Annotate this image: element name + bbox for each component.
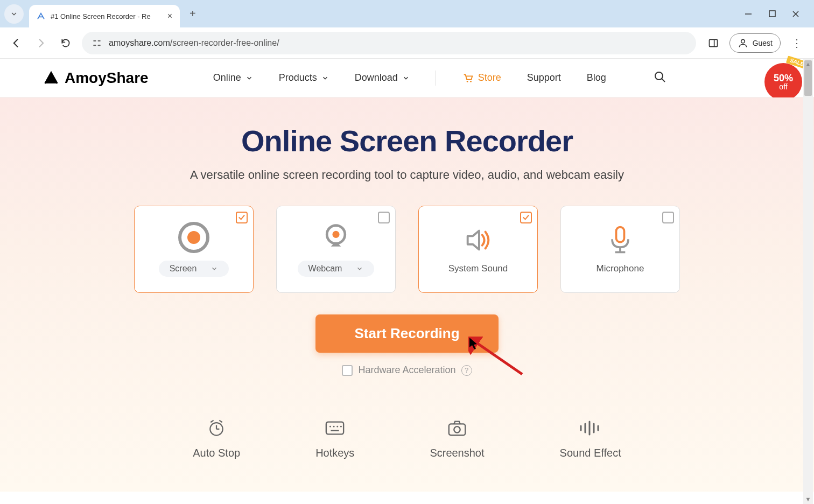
alarm-clock-icon (207, 419, 226, 437)
chevron-down-icon (356, 265, 363, 272)
nav-online[interactable]: Online (213, 72, 253, 83)
search-button[interactable] (654, 71, 666, 86)
option-microphone-checkbox[interactable] (662, 212, 674, 223)
record-icon (178, 222, 210, 253)
feature-label: Sound Effect (560, 447, 621, 459)
chevron-down-icon (321, 74, 329, 82)
svg-point-10 (741, 39, 745, 43)
forward-button[interactable] (32, 34, 50, 52)
svg-rect-8 (709, 39, 717, 46)
features-row: Auto Stop Hotkeys Screenshot Sound Effec… (0, 419, 814, 459)
hardware-acceleration-label: Hardware Acceleration (358, 365, 455, 376)
site-header: AmoyShare Online Products Download Store… (0, 59, 814, 97)
profile-button[interactable]: Guest (729, 33, 781, 53)
option-webcam[interactable]: Webcam (276, 206, 396, 293)
search-icon (654, 71, 666, 83)
browser-tab[interactable]: #1 Online Screen Recorder - Re × (29, 5, 180, 27)
option-webcam-checkbox[interactable] (378, 212, 390, 223)
microphone-icon (605, 225, 635, 256)
site-settings-icon[interactable] (92, 38, 102, 48)
feature-hotkeys[interactable]: Hotkeys (315, 419, 354, 459)
side-panel-button[interactable] (704, 33, 723, 53)
chevron-down-icon (10, 10, 18, 18)
svg-point-13 (655, 72, 663, 80)
url-display: amoyshare.com/screen-recorder-free-onlin… (109, 38, 279, 48)
tab-close-button[interactable]: × (167, 11, 172, 21)
option-screen[interactable]: Screen (134, 206, 254, 293)
browser-toolbar: amoyshare.com/screen-recorder-free-onlin… (0, 27, 814, 59)
svg-rect-6 (93, 45, 96, 46)
reload-button[interactable] (57, 34, 74, 52)
svg-point-29 (333, 426, 335, 428)
chevron-down-icon (402, 74, 410, 82)
feature-sound-effect[interactable]: Sound Effect (560, 419, 621, 459)
svg-point-28 (329, 426, 331, 428)
option-label: Microphone (597, 263, 644, 274)
check-icon (522, 213, 530, 222)
option-system-sound[interactable]: System Sound (418, 206, 538, 293)
nav-products[interactable]: Products (279, 72, 329, 83)
svg-rect-7 (98, 45, 101, 46)
tab-search-button[interactable] (4, 4, 24, 24)
option-system-sound-checkbox[interactable] (520, 212, 532, 223)
feature-label: Auto Stop (193, 447, 240, 459)
svg-rect-5 (98, 40, 101, 41)
keyboard-icon (325, 419, 345, 437)
site-logo[interactable]: AmoyShare (43, 69, 149, 87)
person-icon (738, 38, 748, 48)
svg-line-26 (220, 421, 222, 423)
scroll-up-button[interactable]: ▲ (803, 59, 813, 69)
svg-point-12 (470, 81, 472, 82)
close-window-button[interactable] (791, 10, 800, 18)
screen-dropdown[interactable]: Screen (159, 261, 229, 277)
nav-store[interactable]: Store (462, 72, 501, 84)
scroll-down-button[interactable]: ▼ (803, 494, 813, 504)
browser-menu-button[interactable]: ⋮ (787, 37, 806, 50)
option-microphone[interactable]: Microphone (560, 206, 680, 293)
hardware-acceleration-checkbox[interactable] (342, 365, 353, 376)
capture-options-row: Screen Webcam System Sound Microphone (0, 206, 814, 293)
sale-badge[interactable]: SALE 50% off (764, 63, 802, 101)
nav-blog[interactable]: Blog (587, 72, 606, 83)
nav-support[interactable]: Support (527, 72, 561, 83)
window-controls (744, 10, 810, 18)
svg-line-25 (210, 421, 213, 423)
page-subtitle: A versatile online screen recording tool… (0, 168, 814, 182)
address-bar[interactable]: amoyshare.com/screen-recorder-free-onlin… (82, 32, 696, 54)
feature-auto-stop[interactable]: Auto Stop (193, 419, 240, 459)
new-tab-button[interactable]: + (190, 8, 196, 20)
nav-download[interactable]: Download (355, 72, 410, 83)
sale-off: off (779, 83, 787, 90)
main-nav: Online Products Download Store Support B… (213, 71, 666, 86)
favicon-icon (37, 12, 45, 20)
sound-wave-icon (579, 419, 602, 437)
feature-label: Hotkeys (315, 447, 354, 459)
svg-point-16 (187, 231, 200, 244)
option-screen-checkbox[interactable] (236, 212, 248, 223)
chevron-down-icon (210, 265, 218, 272)
feature-label: Screenshot (430, 447, 484, 459)
check-icon (237, 213, 246, 222)
profile-label: Guest (753, 39, 773, 47)
sale-percent: 50% (774, 73, 793, 83)
svg-point-18 (332, 231, 339, 238)
option-label: Webcam (308, 264, 342, 274)
start-recording-button[interactable]: Start Recording (315, 314, 498, 353)
maximize-button[interactable] (768, 10, 776, 18)
feature-screenshot[interactable]: Screenshot (430, 419, 484, 459)
help-icon[interactable]: ? (461, 365, 472, 376)
logo-text: AmoyShare (65, 69, 149, 87)
svg-line-14 (662, 79, 665, 82)
hero-section: Online Screen Recorder A versatile onlin… (0, 97, 814, 492)
svg-rect-1 (769, 11, 775, 17)
browser-tab-strip: #1 Online Screen Recorder - Re × + (0, 0, 814, 27)
logo-icon (43, 70, 59, 86)
minimize-button[interactable] (744, 10, 753, 18)
svg-point-11 (466, 81, 468, 82)
tab-title: #1 Online Screen Recorder - Re (51, 12, 162, 20)
scrollbar[interactable] (803, 59, 813, 504)
svg-rect-4 (93, 40, 96, 41)
svg-rect-19 (616, 227, 624, 242)
webcam-dropdown[interactable]: Webcam (298, 261, 375, 277)
back-button[interactable] (8, 34, 25, 52)
